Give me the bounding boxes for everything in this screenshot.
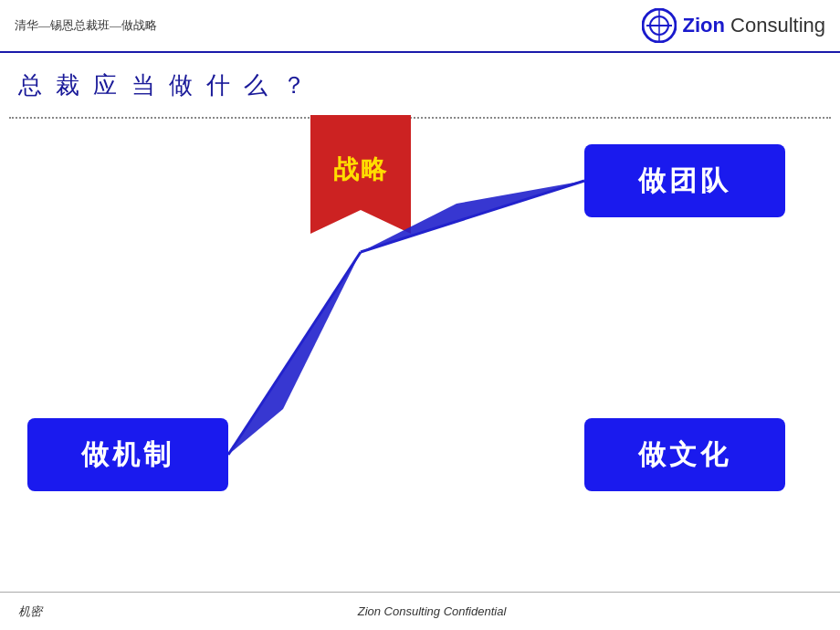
box-tuandui: 做团队 bbox=[584, 144, 785, 217]
strategy-label: 战略 bbox=[333, 152, 388, 187]
breadcrumb: 清华—锡恩总裁班—做战略 bbox=[15, 17, 157, 34]
tuandui-label: 做团队 bbox=[638, 163, 731, 200]
arrows-svg bbox=[0, 53, 840, 592]
main-content: 总 裁 应 当 做 什 么 ？ 战略 做团队 做文化 做机制 bbox=[0, 53, 840, 592]
header: 清华—锡恩总裁班—做战略 Zion Consulting bbox=[0, 0, 840, 53]
footer-left: 机密 bbox=[18, 604, 42, 620]
wenhua-label: 做文化 bbox=[638, 436, 731, 474]
box-jizhi: 做机制 bbox=[27, 418, 228, 491]
box-wenhua: 做文化 bbox=[584, 418, 785, 491]
svg-line-7 bbox=[228, 252, 361, 455]
logo-area: Zion Consulting bbox=[642, 8, 825, 43]
logo-icon bbox=[642, 8, 677, 43]
page-title: 总 裁 应 当 做 什 么 ？ bbox=[18, 69, 310, 101]
strategy-ribbon: 战略 bbox=[310, 115, 411, 234]
jizhi-label: 做机制 bbox=[81, 436, 174, 474]
footer-center: Zion Consulting Confidential bbox=[358, 604, 507, 618]
svg-marker-6 bbox=[228, 252, 361, 455]
divider-line bbox=[9, 117, 831, 119]
footer: 机密 Zion Consulting Confidential bbox=[0, 592, 840, 630]
ribbon-body: 战略 bbox=[310, 115, 411, 234]
logo-text: Zion Consulting bbox=[682, 14, 825, 37]
